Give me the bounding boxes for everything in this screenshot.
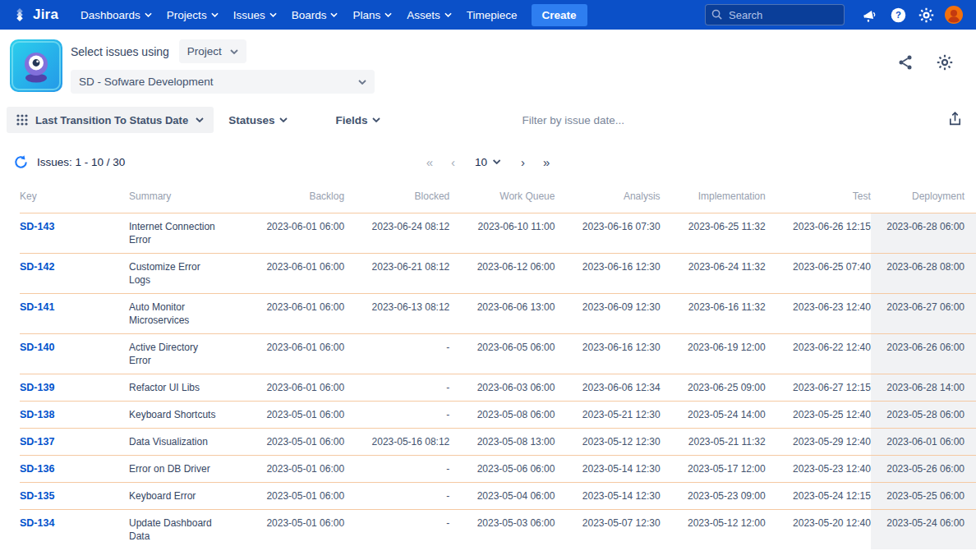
date-cell: 2023-06-16 11:32 [661, 294, 766, 334]
date-cell: 2023-06-24 08:12 [344, 213, 449, 254]
issue-key-cell: SD-141 [20, 294, 129, 334]
logo-text: Jira [33, 7, 58, 23]
nav-plans[interactable]: Plans [345, 0, 399, 30]
grid-icon [16, 114, 28, 126]
date-cell: 2023-05-29 12:40 [766, 429, 871, 456]
gadget-settings-button[interactable] [937, 54, 953, 94]
refresh-icon [13, 154, 29, 170]
issues-table: KeySummaryBacklogBlockedWork QueueAnalys… [20, 181, 976, 549]
date-cell: 2023-05-06 06:00 [449, 456, 555, 483]
nav-timepiece[interactable]: Timepiece [459, 0, 525, 30]
chevron-down-icon [211, 12, 219, 17]
fields-dropdown[interactable]: Fields [335, 114, 380, 126]
date-cell: 2023-06-16 12:30 [555, 334, 660, 374]
date-cell: 2023-06-01 06:00 [239, 374, 344, 402]
date-cell: 2023-06-25 09:00 [661, 374, 766, 402]
next-page-button[interactable]: › [516, 154, 530, 171]
select-mode-dropdown[interactable]: Project [179, 39, 246, 63]
table-row: SD-140Active Directory Error2023-06-01 0… [20, 334, 976, 374]
nav-dashboards[interactable]: Dashboards [73, 0, 159, 30]
table-row: SD-138Keyboard Shortcuts2023-05-01 06:00… [20, 402, 976, 429]
refresh-button[interactable] [13, 154, 29, 170]
report-type-dropdown[interactable]: Last Transition To Status Date [7, 107, 214, 133]
nav-search [705, 4, 845, 25]
gear-icon [937, 54, 953, 71]
issue-key-link[interactable]: SD-140 [20, 342, 54, 353]
date-cell: 2023-06-28 06:00 [871, 213, 976, 254]
issue-summary: Data Visualization [129, 429, 239, 456]
pager: « ‹ 10 › » [421, 154, 555, 171]
nav-projects[interactable]: Projects [159, 0, 226, 30]
nav-boards[interactable]: Boards [284, 0, 346, 30]
issue-key-link[interactable]: SD-137 [20, 436, 54, 448]
issue-key-link[interactable]: SD-142 [20, 261, 54, 273]
announcements-button[interactable] [856, 0, 884, 30]
column-header-blocked: Blocked [344, 181, 449, 213]
prev-page-button[interactable]: ‹ [446, 154, 460, 171]
date-cell: 2023-05-01 06:00 [239, 510, 344, 550]
search-input[interactable] [705, 4, 845, 25]
issue-key-link[interactable]: SD-141 [20, 301, 54, 313]
share-button[interactable] [897, 54, 914, 94]
filter-by-date-input[interactable] [522, 114, 768, 126]
nav-assets[interactable]: Assets [399, 0, 459, 30]
date-cell: 2023-06-01 06:00 [239, 294, 344, 334]
issue-key-link[interactable]: SD-139 [20, 382, 54, 393]
date-cell: 2023-05-24 14:00 [661, 402, 766, 429]
table-body: SD-143Internet Connection Error2023-06-0… [20, 213, 976, 550]
date-cell: 2023-05-25 12:40 [766, 402, 871, 429]
megaphone-icon [861, 6, 880, 25]
date-cell: 2023-05-25 06:00 [871, 483, 976, 510]
date-cell: 2023-05-12 12:30 [555, 429, 660, 456]
date-cell: 2023-06-27 12:15 [766, 374, 871, 402]
table-row: SD-136Error on DB Driver2023-05-01 06:00… [20, 456, 976, 483]
search-icon [711, 8, 723, 21]
settings-button[interactable] [912, 0, 940, 30]
table-row: SD-141Auto Monitor Microservices2023-06-… [20, 294, 976, 334]
issue-key-link[interactable]: SD-135 [20, 490, 54, 502]
date-cell: 2023-06-10 11:00 [449, 213, 555, 254]
chevron-down-icon [358, 80, 366, 85]
issue-key-cell: SD-140 [20, 334, 129, 374]
date-cell: 2023-06-25 07:40 [766, 254, 871, 294]
date-cell: 2023-05-08 06:00 [449, 402, 555, 429]
project-dropdown[interactable]: SD - Sofware Development [71, 70, 375, 94]
column-header-analysis: Analysis [555, 181, 660, 213]
user-avatar[interactable] [940, 0, 968, 30]
issue-key-cell: SD-135 [20, 483, 129, 510]
chevron-down-icon [269, 12, 277, 17]
issue-key-link[interactable]: SD-136 [20, 463, 54, 475]
help-button[interactable]: ? [884, 0, 912, 30]
date-cell: 2023-05-01 06:00 [239, 402, 344, 429]
date-cell: 2023-05-28 06:00 [871, 402, 976, 429]
jira-logo[interactable]: Jira [12, 7, 58, 23]
nav-issues[interactable]: Issues [226, 0, 284, 30]
date-cell: - [344, 456, 449, 483]
date-cell: 2023-06-25 11:32 [661, 213, 766, 254]
column-header-implementation: Implementation [661, 181, 766, 213]
export-button[interactable] [947, 111, 963, 130]
first-page-button[interactable]: « [421, 154, 438, 171]
date-cell: 2023-05-01 06:00 [239, 483, 344, 510]
date-cell: 2023-06-21 08:12 [344, 254, 449, 294]
issue-key-cell: SD-138 [20, 402, 129, 429]
issue-summary: Auto Monitor Microservices [129, 294, 239, 334]
date-cell: 2023-06-16 12:30 [555, 254, 660, 294]
statuses-dropdown[interactable]: Statuses [228, 114, 288, 126]
create-button[interactable]: Create [532, 4, 587, 26]
issue-key-link[interactable]: SD-134 [20, 517, 54, 529]
last-page-button[interactable]: » [538, 154, 555, 171]
column-header-work-queue: Work Queue [449, 181, 555, 213]
date-cell: 2023-05-14 12:30 [555, 483, 660, 510]
page-size-dropdown[interactable]: 10 [468, 154, 508, 170]
table-row: SD-134Update Dashboard Data2023-05-01 06… [20, 510, 976, 550]
issue-key-link[interactable]: SD-138 [20, 409, 54, 420]
select-issues-label: Select issues using [71, 45, 169, 58]
chevron-down-icon [444, 12, 452, 17]
issue-key-link[interactable]: SD-143 [20, 221, 54, 232]
date-cell: 2023-06-06 13:00 [449, 294, 555, 334]
issue-summary: Internet Connection Error [129, 213, 239, 254]
date-cell: - [344, 334, 449, 374]
issue-key-cell: SD-143 [20, 213, 129, 254]
column-header-summary: Summary [129, 181, 239, 213]
